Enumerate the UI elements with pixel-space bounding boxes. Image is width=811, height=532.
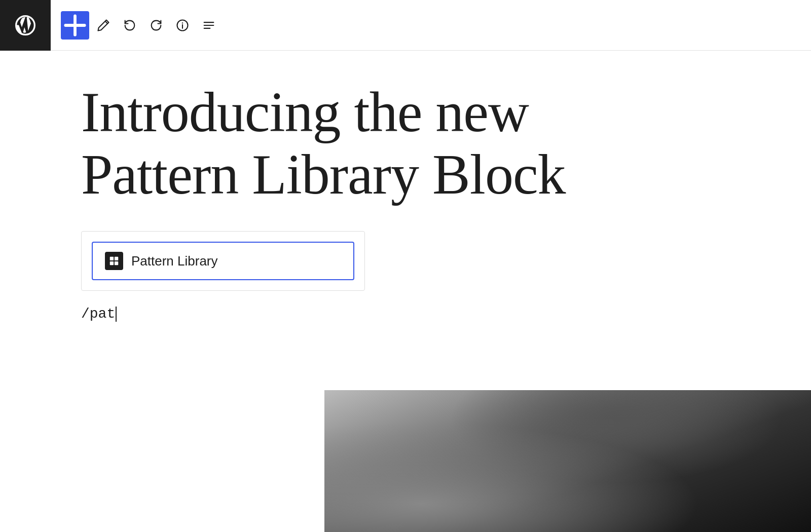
svg-rect-3 [110, 257, 114, 260]
page-title[interactable]: Introducing the new Pattern Library Bloc… [81, 81, 730, 206]
pattern-library-block-button[interactable]: Pattern Library [92, 242, 354, 280]
page-title-line2: Pattern Library Block [81, 143, 566, 206]
svg-rect-6 [115, 261, 118, 265]
wp-logo-icon [14, 14, 36, 36]
list-view-icon [202, 18, 216, 32]
bottom-image [324, 390, 811, 532]
list-view-button[interactable] [197, 13, 221, 37]
slash-command[interactable]: /pat [81, 306, 730, 322]
toolbar-actions [51, 11, 231, 40]
block-icon-svg [108, 255, 120, 267]
undo-button[interactable] [118, 13, 142, 37]
plus-icon [61, 11, 89, 40]
slash-command-text: /pat [81, 306, 115, 322]
page-title-line1: Introducing the new [81, 81, 529, 143]
svg-point-2 [182, 22, 183, 23]
redo-icon [149, 18, 163, 32]
undo-icon [123, 18, 137, 32]
block-container: Pattern Library [81, 231, 365, 291]
info-icon [175, 18, 190, 32]
bottom-image-content [324, 390, 811, 532]
svg-rect-4 [115, 257, 118, 260]
svg-rect-5 [110, 261, 114, 265]
edit-tool-button[interactable] [91, 13, 116, 37]
block-icon [105, 252, 123, 270]
text-cursor [116, 307, 117, 322]
add-block-button[interactable] [61, 11, 89, 40]
toolbar [0, 0, 811, 51]
pencil-icon [96, 18, 110, 32]
redo-button[interactable] [144, 13, 168, 37]
content-area: Introducing the new Pattern Library Bloc… [0, 81, 811, 322]
details-button[interactable] [170, 13, 195, 37]
pattern-library-label: Pattern Library [131, 253, 218, 269]
wp-logo[interactable] [0, 0, 51, 51]
